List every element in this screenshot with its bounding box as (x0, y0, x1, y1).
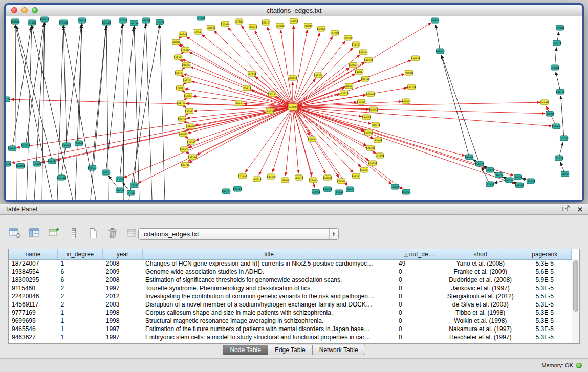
graph-edge[interactable] (75, 23, 82, 200)
table-cell[interactable]: Embryonic stem cells: a model to study s… (142, 333, 396, 341)
graph-edge[interactable] (57, 107, 293, 160)
graph-edge[interactable] (63, 25, 96, 200)
table-cell[interactable]: 49 (396, 259, 443, 268)
table-cell[interactable]: 1 (57, 317, 102, 325)
table-cell[interactable]: 1997 (103, 333, 142, 341)
graph-edge[interactable] (123, 23, 124, 200)
graph-edge[interactable] (189, 107, 293, 163)
table-row[interactable]: 946554611997Estimation of the future num… (9, 325, 572, 333)
table-cell[interactable]: 0 (396, 300, 443, 309)
zoom-button[interactable] (32, 7, 38, 13)
column-header-out-de[interactable]: △out_de… (396, 249, 443, 259)
table-cell[interactable]: Investigating the contribution of common… (142, 292, 396, 300)
table-cell[interactable]: 1 (57, 333, 102, 341)
table-cell[interactable]: Tourette syndrome. Phenomenology and cla… (142, 284, 396, 292)
graph-edge[interactable] (34, 22, 45, 200)
table-cell[interactable]: 1 (57, 309, 102, 317)
network-canvas[interactable]: 1724091842091420051763121285131902241641… (6, 16, 582, 200)
graph-edge[interactable] (42, 22, 45, 200)
table-cell[interactable]: Yano et al. (2008) (443, 259, 518, 268)
graph-edge[interactable] (92, 27, 106, 168)
graph-edge[interactable] (12, 107, 293, 163)
table-cell[interactable]: Wolkin et al. (1998) (443, 317, 518, 325)
table-cell[interactable]: 2 (57, 300, 102, 309)
graph-edge[interactable] (286, 107, 293, 176)
table-cell[interactable]: 9777169 (9, 309, 57, 317)
table-cell[interactable]: Jankovic et al. (1997) (443, 284, 518, 292)
table-cell[interactable]: 0 (396, 276, 443, 284)
table-cell[interactable]: 2008 (103, 276, 142, 284)
table-cell[interactable]: 14569117 (9, 300, 57, 309)
table-cell[interactable]: de Silva et al. (2003) (443, 300, 518, 309)
table-cell[interactable]: Dudbridge et al. (2008) (443, 276, 518, 284)
close-button[interactable] (11, 7, 17, 13)
graph-edge[interactable] (555, 48, 556, 68)
edit-table-button[interactable] (47, 226, 61, 240)
table-cell[interactable]: 5.5E-5 (518, 292, 571, 300)
graph-edge[interactable] (293, 107, 545, 114)
table-cell[interactable]: Hescheler et al. (1997) (443, 333, 518, 341)
graph-edge[interactable] (293, 107, 347, 186)
table-row[interactable]: 911546021997Tourette syndrome. Phenomeno… (9, 284, 572, 292)
table-cell[interactable]: 6 (57, 268, 102, 276)
delete-table-button[interactable] (105, 226, 120, 240)
column-header-name[interactable]: name (9, 249, 57, 259)
graph-edge[interactable] (293, 107, 552, 126)
column-header-short[interactable]: short (443, 249, 518, 259)
minimize-button[interactable] (21, 7, 28, 13)
graph-edge[interactable] (547, 106, 556, 126)
graph-edge[interactable] (293, 102, 540, 107)
graph-edge[interactable] (57, 25, 63, 200)
table-row[interactable]: 2242004622012Investigating the contribut… (9, 292, 572, 300)
close-panel-icon[interactable]: ✕ (577, 206, 583, 213)
table-cell[interactable]: 5.3E-5 (518, 284, 571, 292)
table-cell[interactable]: 1 (57, 259, 102, 268)
column-header-year[interactable]: year (103, 249, 142, 259)
table-cell[interactable]: Changes of HCN gene expression and I(f) … (142, 259, 396, 268)
table-cell[interactable]: 2003 (103, 300, 142, 309)
table-row[interactable]: 969969511998Structural magnetic resonanc… (9, 317, 572, 325)
graph-edge[interactable] (188, 107, 293, 148)
table-cell[interactable]: 5.3E-5 (518, 333, 571, 341)
table-cell[interactable]: Structural magnetic resonance image aver… (142, 317, 396, 325)
table-cell[interactable]: 0 (396, 309, 443, 317)
table-cell[interactable]: Nakamura et al. (1997) (443, 325, 518, 333)
table-cell[interactable]: 5.3E-5 (518, 325, 571, 333)
graph-edge[interactable] (129, 25, 160, 200)
single-column-button[interactable] (67, 226, 81, 240)
graph-edge[interactable] (293, 107, 465, 156)
graph-edge[interactable] (16, 26, 52, 161)
table-cell[interactable]: 5.3E-5 (518, 309, 571, 317)
table-cell[interactable]: 5.3E-5 (518, 317, 571, 325)
graph-edge[interactable] (441, 56, 469, 157)
graph-edge[interactable] (259, 107, 293, 175)
table-cell[interactable]: 2009 (103, 268, 142, 276)
table-cell[interactable]: 2008 (103, 259, 142, 268)
table-cell[interactable]: 1998 (103, 317, 142, 325)
table-cell[interactable]: 1997 (103, 325, 142, 333)
graph-edge[interactable] (442, 55, 480, 164)
table-cell[interactable]: 5.6E-5 (518, 268, 571, 276)
graph-edge[interactable] (561, 96, 564, 138)
graph-edge[interactable] (293, 107, 515, 184)
graph-edge[interactable] (106, 25, 122, 172)
table-cell[interactable]: 0 (396, 333, 443, 341)
graph-edge[interactable] (556, 72, 560, 92)
graph-edge[interactable] (293, 107, 376, 154)
graph-edge[interactable] (293, 30, 307, 107)
table-cell[interactable]: Estimation of the future numbers of pati… (142, 325, 396, 333)
table-cell[interactable]: 9699695 (9, 317, 57, 325)
float-panel-icon[interactable] (562, 205, 570, 213)
table-row[interactable]: 946362711997Embryonic stem cells: a mode… (9, 333, 572, 341)
table-cell[interactable]: Disruption of a novel member of a sodium… (142, 300, 396, 309)
graph-edge[interactable] (293, 23, 431, 107)
graph-edge[interactable] (293, 107, 391, 184)
table-scrollbar[interactable] (572, 259, 579, 343)
graph-edge[interactable] (280, 30, 293, 107)
graph-edge[interactable] (293, 107, 339, 177)
table-cell[interactable]: 18724007 (9, 259, 57, 268)
table-cell[interactable]: 5.9E-5 (518, 276, 571, 284)
table-cell[interactable]: 0 (396, 284, 443, 292)
graph-edge[interactable] (242, 26, 293, 107)
table-cell[interactable]: 0 (396, 268, 443, 276)
